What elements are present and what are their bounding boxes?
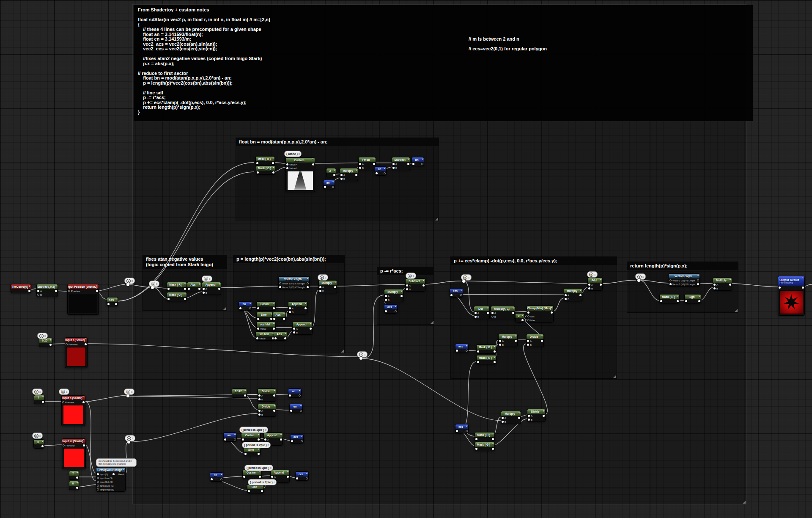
- chevron-down-icon[interactable]: ▾: [487, 306, 488, 309]
- pin[interactable]: [257, 307, 259, 309]
- abs-plen1[interactable]: Abs▾: [272, 312, 286, 321]
- pin[interactable]: [167, 298, 170, 300]
- pin[interactable]: [697, 283, 699, 285]
- node-header[interactable]: 0▾: [516, 314, 524, 318]
- pin[interactable]: [713, 287, 716, 289]
- reroute-pin[interactable]: [462, 280, 465, 283]
- chevron-down-icon[interactable]: ▾: [123, 468, 124, 471]
- sign-node[interactable]: Sign▾: [684, 294, 701, 303]
- pin[interactable]: [55, 290, 57, 292]
- pin[interactable]: [401, 295, 403, 297]
- sin-hlsl-node[interactable]: sin hlsl▾Value: [255, 331, 275, 341]
- node-header[interactable]: an▾: [324, 180, 335, 185]
- pin[interactable]: [527, 344, 529, 346]
- chevron-down-icon[interactable]: ▾: [466, 424, 467, 427]
- var-acs-decl[interactable]: acs▾: [290, 434, 304, 444]
- node-header[interactable]: Subtract▾: [392, 157, 410, 162]
- sine-acs[interactable]: Sine▾: [244, 447, 261, 456]
- chevron-down-icon[interactable]: ▾: [461, 289, 462, 292]
- node-header[interactable]: Dot▾: [474, 306, 489, 311]
- pin[interactable]: [319, 290, 321, 292]
- node-header[interactable]: Fmod▾: [359, 157, 376, 162]
- reroute-pin[interactable]: [359, 357, 362, 360]
- abs-fix[interactable]: Abs▾: [187, 282, 201, 291]
- node-header[interactable]: 2▾: [69, 471, 79, 476]
- pin[interactable]: [261, 490, 263, 492]
- pin[interactable]: [203, 292, 205, 294]
- pin[interactable]: [340, 178, 343, 180]
- pin-hollow[interactable]: [97, 488, 99, 490]
- chevron-down-icon[interactable]: ▾: [285, 332, 286, 335]
- pin[interactable]: [198, 288, 200, 290]
- mask-r-return[interactable]: Mask ( R )▾: [659, 294, 680, 303]
- pin-hollow[interactable]: [97, 485, 99, 487]
- comment-bn[interactable]: float bn = mod(atan(p.x,p.y),2.0*an) - a…: [236, 138, 439, 221]
- pin[interactable]: [565, 294, 567, 296]
- chevron-down-icon[interactable]: ▾: [273, 302, 274, 305]
- pin[interactable]: [258, 438, 260, 441]
- resize-handle[interactable]: [735, 309, 738, 312]
- chevron-down-icon[interactable]: ▾: [307, 277, 308, 280]
- pin-hollow[interactable]: [306, 477, 308, 479]
- pin[interactable]: [802, 287, 804, 289]
- const-pi[interactable]: 3.142▾: [232, 388, 247, 398]
- pin[interactable]: [475, 316, 477, 318]
- node-header[interactable]: Abs▾: [187, 282, 201, 287]
- chevron-down-icon[interactable]: ▾: [244, 389, 246, 392]
- reroute-pill-r[interactable]: r≡: [357, 351, 368, 358]
- chevron-down-icon[interactable]: ▾: [518, 411, 520, 414]
- pin[interactable]: [475, 312, 477, 314]
- pin[interactable]: [203, 288, 205, 290]
- cosine-ecs[interactable]: Cosine▾: [242, 470, 262, 479]
- pin[interactable]: [37, 290, 39, 292]
- node-header[interactable]: Multiply▾: [713, 278, 732, 283]
- cosine-acs[interactable]: Cosine▾: [241, 433, 261, 442]
- pin-hollow[interactable]: [66, 343, 68, 345]
- pin[interactable]: [660, 300, 662, 302]
- pin[interactable]: [284, 337, 286, 339]
- pin[interactable]: [333, 174, 335, 176]
- pin[interactable]: [685, 300, 687, 302]
- pin[interactable]: [565, 298, 567, 300]
- chevron-down-icon[interactable]: ▾: [492, 442, 494, 445]
- pin-hollow[interactable]: [466, 430, 468, 432]
- pin[interactable]: [319, 286, 321, 288]
- node-header[interactable]: Append▾: [293, 322, 312, 327]
- node-header[interactable]: Append▾: [271, 470, 289, 475]
- pin[interactable]: [527, 340, 529, 342]
- chevron-down-icon[interactable]: ⌃: [312, 158, 314, 161]
- resize-handle[interactable]: [743, 501, 746, 504]
- chevron-down-icon[interactable]: ▾: [515, 334, 516, 337]
- node-header[interactable]: Sine▾: [257, 312, 273, 317]
- pin[interactable]: [244, 394, 246, 397]
- pin[interactable]: [96, 290, 98, 292]
- chevron-down-icon[interactable]: ▾: [373, 157, 375, 160]
- node-header[interactable]: Multiply▾: [564, 289, 582, 293]
- resize-handle[interactable]: [223, 307, 226, 310]
- node-header[interactable]: Clamp (Min) (Max)▾: [527, 306, 553, 311]
- reroute-pill-p[interactable]: p≡: [635, 273, 646, 280]
- chevron-down-icon[interactable]: ▾: [600, 278, 601, 281]
- node-header[interactable]: en▾: [210, 473, 223, 477]
- pin[interactable]: [543, 415, 545, 417]
- node-header[interactable]: an▾: [224, 433, 236, 438]
- pin[interactable]: [422, 284, 425, 287]
- pin-hollow[interactable]: [466, 350, 468, 352]
- pin[interactable]: [477, 350, 479, 353]
- mask-g-fix[interactable]: Mask ( G )▾: [167, 292, 187, 301]
- pin[interactable]: [272, 162, 274, 164]
- var-en-decl[interactable]: en▾: [289, 404, 303, 413]
- custom-atan2-node[interactable]: Custom⌃ValueAValueB: [285, 157, 315, 192]
- pin-hollow[interactable]: [669, 279, 672, 281]
- pin[interactable]: [406, 284, 408, 287]
- comment-title[interactable]: p += ecs*clamp( -dot(p,ecs), 0.0, r*acs.…: [451, 257, 617, 265]
- chevron-down-icon[interactable]: ▾: [699, 295, 700, 298]
- pin[interactable]: [698, 300, 700, 302]
- chevron-down-icon[interactable]: ▾: [334, 168, 335, 171]
- node-header[interactable]: cos hlsl▾: [257, 322, 275, 327]
- chevron-down-icon[interactable]: ▾: [423, 279, 424, 282]
- pin[interactable]: [669, 283, 672, 285]
- reroute-pill-period-is-2pie[interactable]: ( period is 2pie )≡: [248, 479, 277, 485]
- pin[interactable]: [283, 318, 285, 320]
- node-header[interactable]: 3.142▾: [232, 389, 247, 394]
